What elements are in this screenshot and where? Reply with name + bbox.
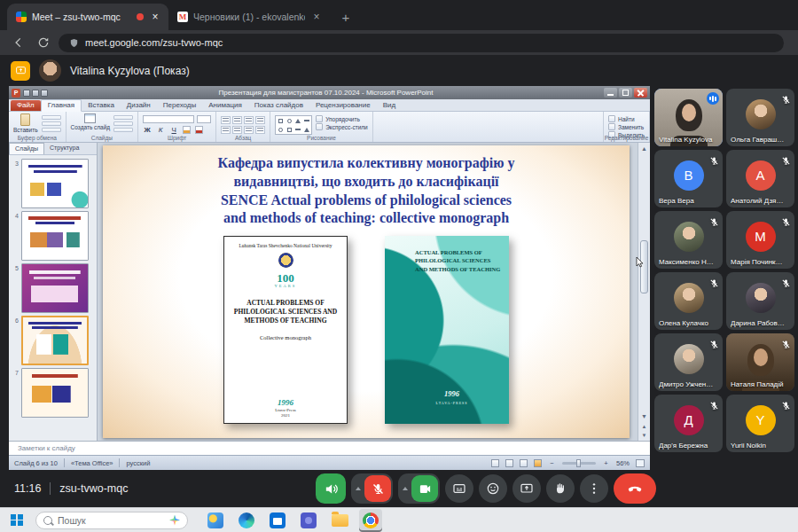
address-bar[interactable]: meet.google.com/zsu-tvwo-mqc bbox=[59, 34, 784, 52]
participant-tile[interactable]: Ольга Гавраш… bbox=[726, 89, 794, 146]
italic-button[interactable]: К bbox=[156, 126, 165, 134]
slides-small-buttons[interactable] bbox=[113, 113, 133, 132]
ribbon-tab[interactable]: Рецензирование bbox=[309, 100, 377, 111]
tab-close-icon[interactable]: × bbox=[149, 11, 161, 23]
font-name-box[interactable] bbox=[143, 115, 194, 123]
quick-access-toolbar[interactable] bbox=[23, 90, 48, 97]
slide-sorter-view-button[interactable] bbox=[505, 459, 513, 467]
arrange-button[interactable]: Упорядочить bbox=[316, 115, 368, 122]
ribbon-tab[interactable]: Дизайн bbox=[121, 100, 157, 111]
ribbon-tab-file[interactable]: Файл bbox=[11, 100, 41, 111]
book-cover-right[interactable]: ACTUAL PROBLEMS OF PHILOLOGICAL SCIENCES… bbox=[385, 236, 509, 424]
fit-to-window-button[interactable] bbox=[636, 459, 645, 467]
participant-tile[interactable]: М Марія Починк… bbox=[726, 211, 794, 269]
new-tab-button[interactable]: + bbox=[335, 6, 356, 27]
language-indicator[interactable]: русский bbox=[126, 459, 150, 467]
raise-hand-button[interactable] bbox=[546, 474, 575, 503]
scroll-down-icon[interactable]: ▼ bbox=[640, 412, 648, 420]
speaker-button[interactable] bbox=[316, 473, 346, 504]
powerpoint-titlebar[interactable]: P Презентация для магистрантов 07.10.202… bbox=[9, 86, 650, 99]
font-size-box[interactable] bbox=[197, 115, 211, 123]
taskbar-icon-edge[interactable] bbox=[235, 509, 258, 532]
slide-thumbnail[interactable]: 6 bbox=[9, 313, 97, 365]
zoom-in-button[interactable]: + bbox=[602, 459, 610, 467]
new-slide-button[interactable]: Создать слайд bbox=[71, 113, 111, 130]
close-button[interactable] bbox=[634, 88, 647, 98]
shapes-gallery[interactable] bbox=[275, 115, 312, 135]
paste-button[interactable]: Вставить bbox=[13, 113, 38, 133]
alignment-buttons[interactable] bbox=[221, 113, 265, 134]
ribbon-tab[interactable]: Анимация bbox=[202, 100, 248, 111]
slide-thumbnail[interactable]: 3 bbox=[9, 156, 97, 208]
slide-canvas[interactable]: Кафедра випустила колективну монографію … bbox=[103, 145, 630, 438]
taskbar-icon-teams[interactable] bbox=[297, 509, 320, 532]
leave-call-button[interactable] bbox=[614, 473, 656, 504]
ribbon-tab[interactable]: Показ слайдов bbox=[248, 100, 309, 111]
mic-muted-icon bbox=[709, 337, 719, 347]
next-slide-button[interactable]: ▼ bbox=[640, 432, 648, 440]
normal-view-button[interactable] bbox=[491, 459, 499, 467]
mic-options-caret-icon[interactable] bbox=[353, 487, 364, 490]
tab-meet[interactable]: Meet – zsu-tvwo-mqc × bbox=[7, 4, 168, 30]
replace-button[interactable]: Заменить bbox=[608, 123, 645, 130]
book-cover-left[interactable]: Luhansk Taras Shevchenko National Univer… bbox=[223, 236, 348, 424]
slide-thumbnail[interactable]: 5 bbox=[9, 261, 97, 313]
panel-tab[interactable]: Структура bbox=[44, 143, 84, 154]
reload-button[interactable] bbox=[34, 33, 53, 52]
more-options-button[interactable] bbox=[580, 474, 608, 503]
minimize-button[interactable] bbox=[604, 88, 617, 98]
clipboard-small-buttons[interactable] bbox=[42, 113, 61, 132]
slideshow-view-button[interactable] bbox=[534, 459, 542, 467]
participant-tile[interactable]: Д Дар'я Бережна bbox=[654, 395, 723, 452]
notes-pane[interactable]: Заметки к слайду bbox=[9, 441, 650, 455]
highlight-color-button[interactable] bbox=[183, 126, 191, 134]
find-button[interactable]: Найти bbox=[608, 115, 645, 122]
participant-tile[interactable]: Наталя Паладій bbox=[726, 333, 794, 391]
tab-close-icon[interactable]: × bbox=[310, 11, 323, 23]
participant-name: Анатолий Дзя… bbox=[731, 197, 791, 205]
slide-title[interactable]: Кафедра випустила колективну монографію … bbox=[115, 154, 617, 228]
taskbar-icon-explorer[interactable] bbox=[328, 509, 351, 532]
taskbar-icon-chrome[interactable] bbox=[359, 509, 382, 532]
maximize-button[interactable] bbox=[619, 88, 632, 98]
captions-button[interactable] bbox=[445, 474, 473, 503]
quick-styles-button[interactable]: Экспресс-стили bbox=[316, 123, 368, 130]
participant-tile[interactable]: Дарина Рабов… bbox=[726, 272, 794, 330]
scroll-up-icon[interactable]: ▲ bbox=[640, 145, 648, 153]
reactions-button[interactable] bbox=[479, 474, 507, 503]
taskbar-icon-store[interactable] bbox=[266, 509, 289, 532]
slide-scrollbar[interactable]: ▲ ▼ ▲ ▼ bbox=[638, 143, 650, 442]
participant-tile[interactable]: Y Yurii Noikin bbox=[726, 395, 794, 452]
ribbon-tab[interactable]: Главная bbox=[41, 99, 82, 112]
zoom-slider-handle[interactable] bbox=[576, 459, 581, 467]
camera-options-caret-icon[interactable] bbox=[400, 487, 411, 490]
start-button[interactable] bbox=[7, 511, 27, 530]
slide-thumbnail[interactable]: 7 bbox=[9, 365, 97, 418]
bold-button[interactable]: Ж bbox=[143, 126, 152, 134]
participant-tile[interactable]: Олена Кулачко bbox=[654, 272, 723, 330]
ribbon-tab[interactable]: Вид bbox=[377, 100, 402, 111]
taskbar-search[interactable]: Пошук bbox=[35, 512, 188, 529]
camera-button[interactable] bbox=[411, 475, 438, 502]
ribbon-tab[interactable]: Вставка bbox=[82, 100, 121, 111]
previous-slide-button[interactable]: ▲ bbox=[640, 423, 648, 431]
reading-view-button[interactable] bbox=[520, 459, 528, 467]
participant-tile[interactable]: Максименко Н… bbox=[654, 211, 723, 269]
panel-tab[interactable]: Слайды bbox=[9, 143, 44, 154]
zoom-out-button[interactable]: − bbox=[548, 459, 556, 467]
participant-tile[interactable]: А Анатолий Дзя… bbox=[726, 150, 794, 207]
mic-button[interactable] bbox=[364, 475, 391, 502]
participant-tile[interactable]: В Вера Вера bbox=[654, 150, 723, 207]
underline-button[interactable]: Ч bbox=[169, 126, 178, 134]
site-info-icon[interactable] bbox=[69, 38, 79, 48]
font-color-button[interactable] bbox=[195, 126, 203, 134]
taskbar-icon-widgets[interactable] bbox=[204, 509, 227, 532]
present-button[interactable] bbox=[512, 474, 541, 503]
back-button[interactable] bbox=[9, 33, 28, 52]
ribbon-tab[interactable]: Переходы bbox=[157, 100, 203, 111]
zoom-slider[interactable] bbox=[562, 462, 596, 465]
participant-tile[interactable]: Vitalina Kyzylova bbox=[654, 89, 723, 146]
tab-gmail[interactable]: M Черновики (1) - ekovalenko20… × bbox=[168, 4, 330, 30]
participant-tile[interactable]: Дмитро Ужчен… bbox=[654, 333, 723, 391]
slide-thumbnail[interactable]: 4 bbox=[9, 208, 97, 261]
